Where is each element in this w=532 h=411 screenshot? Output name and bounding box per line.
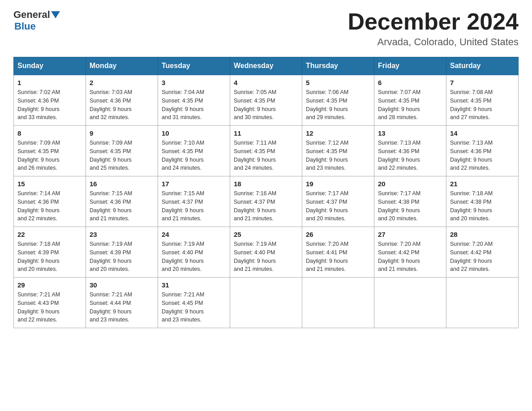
- calendar-day-cell: 21 Sunrise: 7:18 AMSunset: 4:38 PMDaylig…: [446, 176, 519, 227]
- weekday-header-saturday: Saturday: [446, 57, 519, 75]
- calendar-day-cell: 1 Sunrise: 7:02 AMSunset: 4:36 PMDayligh…: [14, 75, 86, 126]
- day-info: Sunrise: 7:16 AMSunset: 4:37 PMDaylight:…: [234, 190, 276, 222]
- day-info: Sunrise: 7:05 AMSunset: 4:35 PMDaylight:…: [234, 89, 276, 120]
- calendar-day-cell: 22 Sunrise: 7:18 AMSunset: 4:39 PMDaylig…: [14, 227, 86, 278]
- day-info: Sunrise: 7:13 AMSunset: 4:36 PMDaylight:…: [450, 140, 493, 171]
- calendar-day-cell: 3 Sunrise: 7:04 AMSunset: 4:35 PMDayligh…: [158, 75, 230, 126]
- calendar-day-cell: 31 Sunrise: 7:21 AMSunset: 4:45 PMDaylig…: [158, 278, 230, 328]
- calendar-day-cell: 25 Sunrise: 7:19 AMSunset: 4:40 PMDaylig…: [230, 227, 302, 278]
- day-number: 26: [306, 231, 370, 238]
- day-info: Sunrise: 7:06 AMSunset: 4:35 PMDaylight:…: [306, 89, 348, 120]
- location-subtitle: Arvada, Colorado, United States: [348, 36, 519, 48]
- calendar-day-cell: [446, 278, 519, 328]
- calendar-day-cell: 19 Sunrise: 7:17 AMSunset: 4:37 PMDaylig…: [302, 176, 374, 227]
- calendar-week-row: 8 Sunrise: 7:09 AMSunset: 4:35 PMDayligh…: [14, 126, 519, 176]
- day-info: Sunrise: 7:21 AMSunset: 4:44 PMDaylight:…: [90, 291, 132, 323]
- day-info: Sunrise: 7:20 AMSunset: 4:42 PMDaylight:…: [450, 241, 493, 272]
- day-number: 29: [17, 281, 82, 289]
- day-number: 21: [450, 180, 515, 188]
- day-number: 12: [306, 129, 370, 137]
- day-info: Sunrise: 7:09 AMSunset: 4:35 PMDaylight:…: [17, 140, 60, 171]
- calendar-table: SundayMondayTuesdayWednesdayThursdayFrid…: [13, 57, 519, 328]
- calendar-day-cell: 27 Sunrise: 7:20 AMSunset: 4:42 PMDaylig…: [374, 227, 446, 278]
- calendar-day-cell: 6 Sunrise: 7:07 AMSunset: 4:35 PMDayligh…: [374, 75, 446, 126]
- day-info: Sunrise: 7:19 AMSunset: 4:40 PMDaylight:…: [162, 241, 204, 272]
- calendar-day-cell: 26 Sunrise: 7:20 AMSunset: 4:41 PMDaylig…: [302, 227, 374, 278]
- day-number: 5: [306, 79, 370, 86]
- page-header: General Blue December 2024 Arvada, Color…: [13, 9, 519, 48]
- day-number: 16: [90, 180, 154, 188]
- calendar-day-cell: [374, 278, 446, 328]
- weekday-header-row: SundayMondayTuesdayWednesdayThursdayFrid…: [14, 57, 519, 75]
- day-number: 7: [450, 79, 515, 86]
- calendar-day-cell: 30 Sunrise: 7:21 AMSunset: 4:44 PMDaylig…: [86, 278, 158, 328]
- day-number: 18: [234, 180, 298, 188]
- day-number: 30: [90, 281, 154, 289]
- weekday-header-monday: Monday: [86, 57, 158, 75]
- day-info: Sunrise: 7:09 AMSunset: 4:35 PMDaylight:…: [90, 140, 132, 171]
- calendar-day-cell: 9 Sunrise: 7:09 AMSunset: 4:35 PMDayligh…: [86, 126, 158, 176]
- calendar-day-cell: 12 Sunrise: 7:12 AMSunset: 4:35 PMDaylig…: [302, 126, 374, 176]
- calendar-day-cell: 2 Sunrise: 7:03 AMSunset: 4:36 PMDayligh…: [86, 75, 158, 126]
- calendar-day-cell: 4 Sunrise: 7:05 AMSunset: 4:35 PMDayligh…: [230, 75, 302, 126]
- day-info: Sunrise: 7:17 AMSunset: 4:37 PMDaylight:…: [306, 190, 348, 222]
- logo-general-text: General: [13, 9, 50, 21]
- weekday-header-friday: Friday: [374, 57, 446, 75]
- day-number: 6: [378, 79, 442, 86]
- day-info: Sunrise: 7:08 AMSunset: 4:35 PMDaylight:…: [450, 89, 493, 120]
- day-number: 22: [17, 231, 82, 238]
- calendar-day-cell: 28 Sunrise: 7:20 AMSunset: 4:42 PMDaylig…: [446, 227, 519, 278]
- calendar-week-row: 1 Sunrise: 7:02 AMSunset: 4:36 PMDayligh…: [14, 75, 519, 126]
- day-number: 2: [90, 79, 154, 86]
- day-number: 9: [90, 129, 154, 137]
- day-number: 17: [162, 180, 226, 188]
- calendar-day-cell: 10 Sunrise: 7:10 AMSunset: 4:35 PMDaylig…: [158, 126, 230, 176]
- calendar-day-cell: 18 Sunrise: 7:16 AMSunset: 4:37 PMDaylig…: [230, 176, 302, 227]
- calendar-week-row: 15 Sunrise: 7:14 AMSunset: 4:36 PMDaylig…: [14, 176, 519, 227]
- day-info: Sunrise: 7:12 AMSunset: 4:35 PMDaylight:…: [306, 140, 348, 171]
- day-info: Sunrise: 7:15 AMSunset: 4:37 PMDaylight:…: [162, 190, 204, 222]
- day-number: 24: [162, 231, 226, 238]
- calendar-day-cell: 11 Sunrise: 7:11 AMSunset: 4:35 PMDaylig…: [230, 126, 302, 176]
- day-info: Sunrise: 7:07 AMSunset: 4:35 PMDaylight:…: [378, 89, 420, 120]
- weekday-header-tuesday: Tuesday: [158, 57, 230, 75]
- day-info: Sunrise: 7:19 AMSunset: 4:39 PMDaylight:…: [90, 241, 132, 272]
- calendar-day-cell: 7 Sunrise: 7:08 AMSunset: 4:35 PMDayligh…: [446, 75, 519, 126]
- calendar-day-cell: [230, 278, 302, 328]
- day-number: 3: [162, 79, 226, 86]
- day-number: 14: [450, 129, 515, 137]
- weekday-header-sunday: Sunday: [14, 57, 86, 75]
- calendar-day-cell: 29 Sunrise: 7:21 AMSunset: 4:43 PMDaylig…: [14, 278, 86, 328]
- day-info: Sunrise: 7:04 AMSunset: 4:35 PMDaylight:…: [162, 89, 204, 120]
- day-number: 10: [162, 129, 226, 137]
- calendar-week-row: 29 Sunrise: 7:21 AMSunset: 4:43 PMDaylig…: [14, 278, 519, 328]
- calendar-day-cell: 14 Sunrise: 7:13 AMSunset: 4:36 PMDaylig…: [446, 126, 519, 176]
- calendar-day-cell: 13 Sunrise: 7:13 AMSunset: 4:36 PMDaylig…: [374, 126, 446, 176]
- calendar-day-cell: 24 Sunrise: 7:19 AMSunset: 4:40 PMDaylig…: [158, 227, 230, 278]
- day-info: Sunrise: 7:10 AMSunset: 4:35 PMDaylight:…: [162, 140, 204, 171]
- calendar-day-cell: 17 Sunrise: 7:15 AMSunset: 4:37 PMDaylig…: [158, 176, 230, 227]
- day-info: Sunrise: 7:13 AMSunset: 4:36 PMDaylight:…: [378, 140, 420, 171]
- logo-triangle-icon: [51, 11, 60, 18]
- day-info: Sunrise: 7:21 AMSunset: 4:43 PMDaylight:…: [17, 291, 60, 323]
- day-info: Sunrise: 7:18 AMSunset: 4:39 PMDaylight:…: [17, 241, 60, 272]
- day-number: 8: [17, 129, 82, 137]
- day-info: Sunrise: 7:02 AMSunset: 4:36 PMDaylight:…: [17, 89, 60, 120]
- day-info: Sunrise: 7:20 AMSunset: 4:42 PMDaylight:…: [378, 241, 420, 272]
- logo: General Blue: [13, 9, 61, 32]
- day-info: Sunrise: 7:15 AMSunset: 4:36 PMDaylight:…: [90, 190, 132, 222]
- day-number: 27: [378, 231, 442, 238]
- calendar-day-cell: [302, 278, 374, 328]
- day-number: 15: [17, 180, 82, 188]
- day-info: Sunrise: 7:19 AMSunset: 4:40 PMDaylight:…: [234, 241, 276, 272]
- calendar-day-cell: 20 Sunrise: 7:17 AMSunset: 4:38 PMDaylig…: [374, 176, 446, 227]
- calendar-day-cell: 15 Sunrise: 7:14 AMSunset: 4:36 PMDaylig…: [14, 176, 86, 227]
- day-number: 31: [162, 281, 226, 289]
- day-info: Sunrise: 7:11 AMSunset: 4:35 PMDaylight:…: [234, 140, 276, 171]
- day-info: Sunrise: 7:14 AMSunset: 4:36 PMDaylight:…: [17, 190, 60, 222]
- calendar-week-row: 22 Sunrise: 7:18 AMSunset: 4:39 PMDaylig…: [14, 227, 519, 278]
- day-info: Sunrise: 7:18 AMSunset: 4:38 PMDaylight:…: [450, 190, 493, 222]
- day-info: Sunrise: 7:03 AMSunset: 4:36 PMDaylight:…: [90, 89, 132, 120]
- day-number: 11: [234, 129, 298, 137]
- day-info: Sunrise: 7:17 AMSunset: 4:38 PMDaylight:…: [378, 190, 420, 222]
